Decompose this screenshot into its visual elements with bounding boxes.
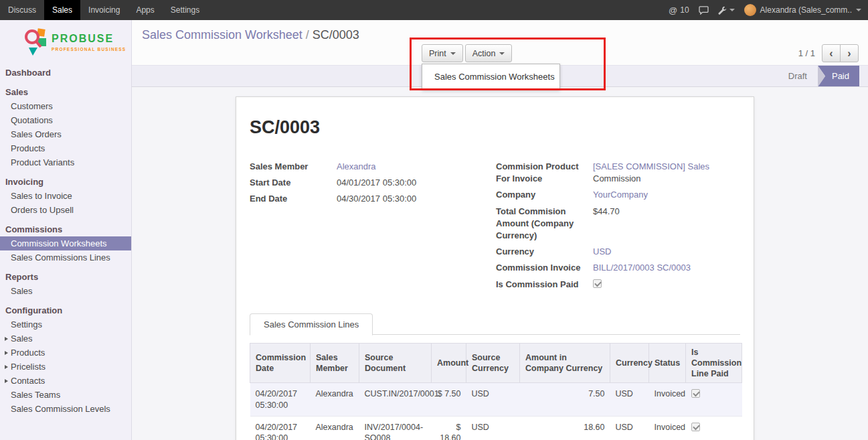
logo-title: PROBUSE xyxy=(52,33,126,44)
menu-item-sales-commission-worksheets[interactable]: Sales Commission Worksheets xyxy=(422,68,559,86)
cell-sales-member: Alexandra xyxy=(311,383,359,417)
field-label-sales-member: Sales Member xyxy=(250,161,337,173)
sidebar-item-config-pricelists[interactable]: Pricelists xyxy=(0,360,131,374)
field-value-commission-invoice-link[interactable]: BILL/2017/0003 SC/0003 xyxy=(593,263,691,273)
field-label-commission-invoice: Commission Invoice xyxy=(496,262,593,274)
sidebar-section-configuration[interactable]: Configuration xyxy=(0,303,131,317)
caret-down-icon xyxy=(856,9,861,11)
probuse-logo[interactable]: PROBUSE PROFESSIONAL BUSINESS xyxy=(0,20,131,63)
column-header-currency[interactable]: Currency xyxy=(610,343,649,383)
line-paid-checkbox xyxy=(691,423,700,431)
table-row[interactable]: 04/20/2017 05:30:00 Alexandra CUST.IN/20… xyxy=(250,383,742,417)
action-button[interactable]: Action xyxy=(465,44,513,62)
toolbar: Print Action xyxy=(422,44,512,62)
breadcrumb-current: SC/0003 xyxy=(313,28,359,42)
sidebar-item-dashboard[interactable]: Dashboard xyxy=(0,66,131,80)
cell-commission-date: 04/20/2017 05:30:00 xyxy=(250,416,311,440)
field-value-commission-product-link[interactable]: [SALES COMMISSION] Sales xyxy=(593,161,709,171)
cell-amount-company: 7.50 xyxy=(520,383,610,417)
record-title: SC/0003 xyxy=(250,117,740,138)
breadcrumb-parent-link[interactable]: Sales Commission Worksheet xyxy=(142,28,302,42)
tab-sales-commission-lines[interactable]: Sales Commission Lines xyxy=(250,313,373,336)
sidebar-item-reports-sales[interactable]: Sales xyxy=(0,284,131,298)
cell-line-paid xyxy=(686,383,742,417)
user-menu[interactable]: Alexandra (Sales_comm.. xyxy=(744,4,861,16)
column-header-source-currency[interactable]: Source Currency xyxy=(466,343,520,383)
sidebar-item-sales-to-invoice[interactable]: Sales to Invoice xyxy=(0,189,131,203)
column-header-commission-date[interactable]: Commission Date xyxy=(250,343,311,383)
avatar xyxy=(744,4,756,16)
column-header-sales-member[interactable]: Sales Member xyxy=(311,343,359,383)
sidebar-item-products[interactable]: Products xyxy=(0,141,131,155)
sidebar-item-label: Pricelists xyxy=(11,362,46,372)
sidebar-item-sales-commissions-lines[interactable]: Sales Commissions Lines xyxy=(0,250,131,265)
sidebar-item-settings[interactable]: Settings xyxy=(0,317,131,332)
field-value-start-date: 04/01/2017 05:30:00 xyxy=(337,177,496,189)
print-dropdown-menu: Sales Commission Worksheets xyxy=(422,64,560,90)
sidebar-section-commissions[interactable]: Commissions xyxy=(0,222,131,236)
sidebar-section-invoicing[interactable]: Invoicing xyxy=(0,175,131,189)
column-header-line-paid[interactable]: Is Commission Line Paid xyxy=(686,343,742,383)
sidebar-item-commission-worksheets[interactable]: Commission Worksheets xyxy=(0,236,131,250)
sidebar-item-sales-teams[interactable]: Sales Teams xyxy=(0,388,131,402)
sidebar-item-label: Contacts xyxy=(11,376,45,386)
mention-counter[interactable]: @ 10 xyxy=(669,5,689,15)
nav-item-discuss[interactable]: Discuss xyxy=(0,0,44,20)
sidebar-item-customers[interactable]: Customers xyxy=(0,99,131,113)
cell-source-document: CUST.IN/2017/0001 xyxy=(359,383,432,417)
sidebar-item-config-sales[interactable]: Sales xyxy=(0,332,131,346)
field-group-left: Sales Member Alexandra Start Date 04/01/… xyxy=(250,161,496,295)
print-button[interactable]: Print xyxy=(422,44,463,62)
breadcrumb-separator: / xyxy=(302,28,313,42)
nav-item-invoicing[interactable]: Invoicing xyxy=(80,0,128,20)
field-label-company: Company xyxy=(496,189,593,201)
messages-button[interactable] xyxy=(699,6,709,15)
cell-status: Invoiced xyxy=(649,416,686,440)
caret-down-icon xyxy=(499,52,505,55)
sidebar-item-sales[interactable]: Sales xyxy=(0,85,131,99)
sidebar-item-orders-to-upsell[interactable]: Orders to Upsell xyxy=(0,203,131,217)
cell-sales-member: Alexandra xyxy=(311,416,359,440)
chevron-right-icon: › xyxy=(847,48,851,60)
table-row[interactable]: 04/20/2017 05:30:00 Alexandra INV/2017/0… xyxy=(250,416,742,440)
nav-item-settings[interactable]: Settings xyxy=(163,0,207,20)
probuse-logo-mark-icon xyxy=(24,28,47,56)
sidebar-menu: Dashboard Sales Customers Quotations Sal… xyxy=(0,63,131,416)
pager-next-button[interactable]: › xyxy=(840,44,859,62)
nav-item-apps[interactable]: Apps xyxy=(128,0,162,20)
nav-item-sales[interactable]: Sales xyxy=(44,0,80,20)
pager-previous-button[interactable]: ‹ xyxy=(822,44,841,62)
sidebar-item-config-products[interactable]: Products xyxy=(0,346,131,360)
cell-commission-date: 04/20/2017 05:30:00 xyxy=(250,383,311,417)
sidebar-item-label: Sales xyxy=(11,334,33,344)
print-button-label: Print xyxy=(429,49,446,58)
sidebar: PROBUSE PROFESSIONAL BUSINESS Dashboard … xyxy=(0,20,132,440)
column-header-source-document[interactable]: Source Document xyxy=(359,343,432,383)
field-label-commission-product: Commision Product For Invoice xyxy=(496,161,593,185)
field-value-company-link[interactable]: YourCompany xyxy=(593,190,648,200)
sidebar-item-quotations[interactable]: Quotations xyxy=(0,113,131,127)
pager-count: 1 / 1 xyxy=(798,48,815,58)
sidebar-item-config-contacts[interactable]: Contacts xyxy=(0,374,131,388)
debug-menu-button[interactable] xyxy=(718,6,735,15)
column-header-amount[interactable]: Amount xyxy=(432,343,466,383)
main-area: Sales Commission Worksheet/SC/0003 Print… xyxy=(132,20,868,440)
chevron-left-icon: ‹ xyxy=(829,48,833,60)
status-stage-draft[interactable]: Draft xyxy=(778,66,818,86)
column-header-amount-company-currency[interactable]: Amount in Company Currency xyxy=(520,343,610,383)
sidebar-item-sales-orders[interactable]: Sales Orders xyxy=(0,127,131,141)
sidebar-item-sales-commission-levels[interactable]: Sales Commission Levels xyxy=(0,402,131,416)
mention-count: 10 xyxy=(680,5,689,15)
sidebar-item-product-variants[interactable]: Product Variants xyxy=(0,155,131,169)
column-header-status[interactable]: Status xyxy=(649,343,686,383)
sidebar-section-reports[interactable]: Reports xyxy=(0,270,131,284)
stage-spacer xyxy=(859,66,868,86)
caret-right-icon xyxy=(5,365,8,369)
field-value-sales-member-link[interactable]: Alexandra xyxy=(337,161,376,171)
field-value-currency-link[interactable]: USD xyxy=(593,246,611,256)
sidebar-item-label: Products xyxy=(11,348,45,358)
cell-source-currency: USD xyxy=(466,383,520,417)
field-group-right: Commision Product For Invoice [SALES COM… xyxy=(496,161,740,295)
cell-amount: $ 18.60 xyxy=(432,416,466,440)
line-paid-checkbox xyxy=(691,389,700,398)
